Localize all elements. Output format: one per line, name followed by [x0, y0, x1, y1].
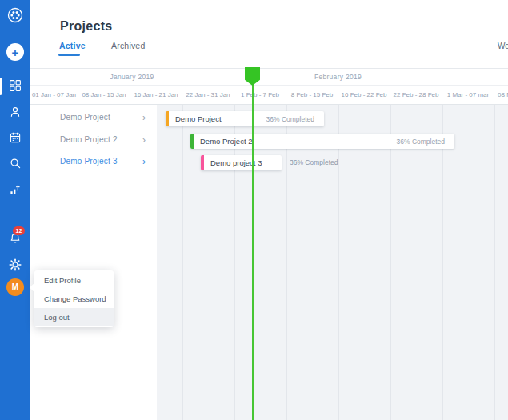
- month-header: January 2019: [30, 69, 234, 86]
- bar-label: Demo project 3: [210, 158, 262, 167]
- gear-icon: [8, 258, 22, 272]
- stats-growth-icon: [8, 182, 22, 197]
- user-avatar[interactable]: M: [6, 278, 24, 296]
- week-header: 16 Feb - 22 Feb: [338, 86, 390, 104]
- week-header: 1 Feb - 7 Feb: [234, 86, 286, 104]
- week-header: 08 Mar - 15 mar: [494, 86, 508, 104]
- app-logo[interactable]: [6, 6, 25, 25]
- chevron-right-icon[interactable]: ›: [142, 156, 146, 167]
- sidebar: +: [0, 0, 30, 420]
- week-header: 22 Feb - 28 Feb: [390, 86, 442, 104]
- bar-label: Demo Project 2: [200, 137, 252, 146]
- active-tab-underline: [58, 54, 80, 56]
- project-list-item[interactable]: Demo Project 2 ›: [30, 130, 157, 152]
- gantt-bar[interactable]: Demo project 3: [201, 155, 282, 170]
- grid-line: [494, 105, 495, 420]
- bar-accent: [190, 134, 194, 149]
- active-nav-indicator: [0, 78, 2, 95]
- view-selector[interactable]: Week: [498, 42, 508, 50]
- avatar-initial: M: [12, 282, 18, 291]
- grid-line: [390, 105, 391, 420]
- bar-progress: 36% Completed: [397, 138, 445, 146]
- project-name: Demo Project 3: [60, 157, 118, 166]
- notification-badge: 12: [13, 226, 25, 235]
- grid-line: [234, 105, 235, 420]
- bar-accent: [166, 111, 169, 126]
- sidebar-item-calendar[interactable]: [8, 130, 22, 145]
- page-title: Projects: [60, 19, 113, 34]
- bar-label: Demo Project: [175, 114, 222, 123]
- add-button[interactable]: +: [6, 43, 24, 61]
- grid-line: [182, 105, 183, 420]
- bar-progress: 36% Completed: [290, 155, 338, 170]
- week-header: 16 Jan - 21 Jan: [130, 86, 182, 104]
- month-header: [442, 69, 508, 86]
- logo-ring-icon: [6, 6, 25, 25]
- menu-item-change-password[interactable]: Change Password: [34, 290, 114, 308]
- profile-menu: Edit Profile Change Password Log out: [34, 270, 114, 327]
- menu-item-log-out[interactable]: Log out: [34, 308, 114, 326]
- timeline-week-row: 01 Jan - 07 Jan 08 Jan - 15 Jan 16 Jan -…: [30, 86, 508, 105]
- sidebar-item-dashboard[interactable]: [8, 78, 22, 93]
- grid-line: [442, 105, 443, 420]
- project-list-item-selected[interactable]: Demo Project 3 ›: [30, 151, 157, 174]
- project-name: Demo Project: [60, 113, 110, 122]
- bar-accent: [201, 155, 204, 170]
- chevron-right-icon[interactable]: ›: [142, 134, 146, 146]
- gantt-bar[interactable]: Demo Project 2 36% Completed: [190, 134, 454, 149]
- plus-icon: +: [12, 46, 19, 59]
- today-line: [252, 82, 254, 420]
- week-header: 08 Jan - 15 Jan: [78, 86, 130, 104]
- month-header: February 2019: [234, 69, 442, 86]
- search-icon: [8, 156, 22, 170]
- gantt-grid: [157, 105, 508, 420]
- person-icon: [8, 105, 22, 119]
- bar-progress: 36% Completed: [266, 115, 314, 123]
- project-list-item[interactable]: Demo Project ›: [30, 107, 157, 130]
- dashboard-grid-icon: [8, 78, 22, 93]
- grid-line: [338, 105, 339, 420]
- week-header: 22 Jan - 31 Jan: [182, 86, 234, 104]
- week-header: 1 Mar - 07 mar: [442, 86, 494, 104]
- sidebar-item-people[interactable]: [8, 105, 22, 119]
- project-list: Demo Project › Demo Project 2 › Demo Pro…: [30, 105, 157, 420]
- chevron-right-icon[interactable]: ›: [142, 112, 146, 123]
- menu-item-edit-profile[interactable]: Edit Profile: [34, 271, 114, 290]
- week-header: 8 Feb - 15 Feb: [286, 86, 338, 104]
- timeline-month-row: January 2019 February 2019: [30, 68, 508, 86]
- grid-line: [286, 105, 287, 420]
- tab-archived[interactable]: Archived: [111, 41, 145, 50]
- tab-active[interactable]: Active: [59, 41, 86, 50]
- app-root: +: [0, 0, 508, 420]
- gantt-bar[interactable]: Demo Project 36% Completed: [166, 111, 324, 126]
- sidebar-item-stats[interactable]: [8, 182, 22, 197]
- sidebar-item-search[interactable]: [8, 156, 22, 170]
- calendar-icon: [8, 130, 22, 145]
- week-header: 01 Jan - 07 Jan: [30, 86, 78, 104]
- project-name: Demo Project 2: [60, 135, 118, 144]
- sidebar-item-settings[interactable]: [8, 258, 22, 272]
